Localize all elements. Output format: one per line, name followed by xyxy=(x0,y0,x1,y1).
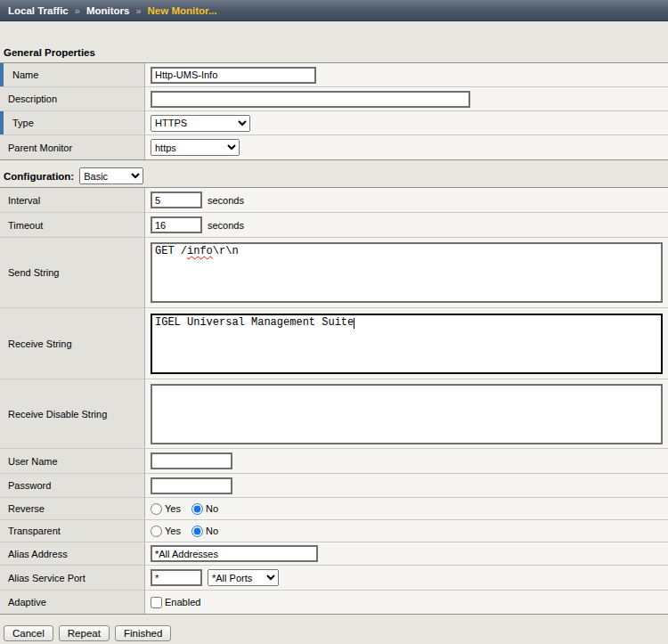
transparent-label-cell: Transparent xyxy=(0,520,145,542)
parent-monitor-select[interactable]: https xyxy=(151,139,240,156)
general-properties-title: General Properties xyxy=(4,47,668,58)
password-row: Password xyxy=(0,474,668,498)
breadcrumb-monitors[interactable]: Monitors xyxy=(86,5,130,16)
alias-address-value-cell xyxy=(145,542,668,565)
adaptive-value-cell: Enabled xyxy=(145,591,668,614)
reverse-row: Reverse Yes No xyxy=(0,498,668,520)
transparent-yes-radio[interactable] xyxy=(151,526,162,537)
name-row: Name xyxy=(0,63,668,87)
breadcrumb-separator-icon: » xyxy=(135,5,141,16)
description-label: Description xyxy=(8,94,57,104)
interval-value-cell: seconds xyxy=(145,188,668,212)
alias-address-input[interactable] xyxy=(151,545,318,562)
interval-row: Interval seconds xyxy=(0,188,668,213)
user-name-label-cell: User Name xyxy=(0,449,145,473)
general-properties-table: Name Description Type HTTPS Parent Monit… xyxy=(0,62,668,160)
required-marker xyxy=(0,111,4,135)
name-label-cell: Name xyxy=(0,63,145,86)
receive-disable-string-label-cell: Receive Disable String xyxy=(0,379,145,448)
send-string-value-cell: GET /info\r\n xyxy=(145,238,668,307)
breadcrumb-separator-icon: » xyxy=(75,5,80,16)
finished-button[interactable]: Finished xyxy=(115,625,171,641)
description-value-cell xyxy=(145,87,668,110)
type-value-cell: HTTPS xyxy=(145,111,668,135)
type-select[interactable]: HTTPS xyxy=(151,115,250,132)
configuration-label: Configuration: xyxy=(4,171,74,182)
type-row: Type HTTPS xyxy=(0,111,668,135)
name-label: Name xyxy=(12,69,38,80)
reverse-no-radio[interactable] xyxy=(191,503,203,515)
reverse-no-label: No xyxy=(206,503,218,514)
reverse-label-cell: Reverse xyxy=(0,498,145,519)
adaptive-enabled-option[interactable]: Enabled xyxy=(151,597,200,608)
parent-monitor-label: Parent Monitor xyxy=(8,143,72,153)
password-input[interactable] xyxy=(151,477,232,494)
description-row: Description xyxy=(0,87,668,111)
user-name-input[interactable] xyxy=(151,452,232,469)
send-string-label-cell: Send String xyxy=(0,238,145,307)
alias-service-port-label-cell: Alias Service Port xyxy=(0,566,145,590)
receive-string-label-cell: Receive String xyxy=(0,308,145,379)
required-marker xyxy=(0,63,4,86)
alias-service-port-row: Alias Service Port *All Ports xyxy=(0,566,668,591)
name-input[interactable] xyxy=(151,67,316,84)
receive-string-label: Receive String xyxy=(8,338,72,349)
description-label-cell: Description xyxy=(0,87,145,110)
receive-disable-string-value-cell xyxy=(145,379,668,448)
reverse-no-option[interactable]: No xyxy=(191,503,218,515)
alias-address-label: Alias Address xyxy=(8,549,68,559)
receive-string-textarea[interactable]: IGEL Universal Management Suite xyxy=(151,314,663,374)
cancel-button[interactable]: Cancel xyxy=(4,625,53,641)
timeout-unit: seconds xyxy=(208,220,244,231)
send-string-textarea[interactable]: GET /info\r\n xyxy=(151,242,663,303)
breadcrumb-local-traffic[interactable]: Local Traffic xyxy=(8,5,69,16)
user-name-row: User Name xyxy=(0,449,668,474)
configuration-bar: Configuration: Basic xyxy=(4,167,668,184)
alias-service-port-value-cell: *All Ports xyxy=(145,566,668,590)
parent-monitor-row: Parent Monitor https xyxy=(0,135,668,159)
receive-string-text: IGEL Universal Management Suite xyxy=(155,316,354,329)
text-cursor xyxy=(354,318,354,329)
timeout-label-cell: Timeout xyxy=(0,213,145,237)
reverse-yes-option[interactable]: Yes xyxy=(151,503,181,515)
breadcrumb: Local Traffic » Monitors » New Monitor..… xyxy=(0,0,668,21)
password-label-cell: Password xyxy=(0,474,145,497)
adaptive-label-cell: Adaptive xyxy=(0,591,145,614)
repeat-button[interactable]: Repeat xyxy=(59,625,110,641)
adaptive-enabled-checkbox[interactable] xyxy=(151,597,162,608)
transparent-no-radio[interactable] xyxy=(191,526,203,537)
password-label: Password xyxy=(8,480,51,491)
send-string-label: Send String xyxy=(8,267,59,278)
receive-disable-string-textarea[interactable] xyxy=(151,384,663,444)
type-label: Type xyxy=(12,118,34,128)
configuration-table: Interval seconds Timeout seconds Send St… xyxy=(0,187,668,615)
receive-string-value-cell: IGEL Universal Management Suite xyxy=(145,308,668,379)
new-monitor-page: { "breadcrumb": { "separator": "\u00bb",… xyxy=(0,0,668,644)
interval-label: Interval xyxy=(8,195,40,206)
reverse-yes-radio[interactable] xyxy=(151,503,162,515)
timeout-input[interactable] xyxy=(151,216,202,233)
send-string-misspelled-word: info xyxy=(187,245,213,257)
alias-address-row: Alias Address xyxy=(0,542,668,566)
receive-disable-string-row: Receive Disable String xyxy=(0,379,668,449)
parent-monitor-label-cell: Parent Monitor xyxy=(0,135,145,159)
interval-input[interactable] xyxy=(151,192,202,208)
alias-service-port-select[interactable]: *All Ports xyxy=(208,569,279,586)
name-value-cell xyxy=(145,63,668,86)
alias-service-port-label: Alias Service Port xyxy=(8,573,86,583)
transparent-no-label: No xyxy=(206,526,218,536)
transparent-yes-option[interactable]: Yes xyxy=(151,526,181,537)
reverse-label: Reverse xyxy=(8,503,45,514)
transparent-value-cell: Yes No xyxy=(145,520,668,542)
transparent-no-option[interactable]: No xyxy=(191,526,218,537)
action-buttons: Cancel Repeat Finished xyxy=(4,625,668,641)
description-input[interactable] xyxy=(151,91,470,108)
alias-address-label-cell: Alias Address xyxy=(0,542,145,565)
alias-service-port-input[interactable] xyxy=(151,569,202,586)
transparent-row: Transparent Yes No xyxy=(0,520,668,542)
timeout-label: Timeout xyxy=(8,220,43,231)
interval-unit: seconds xyxy=(208,195,244,206)
send-string-text: \r\n xyxy=(213,245,239,257)
configuration-mode-select[interactable]: Basic xyxy=(79,167,143,184)
transparent-yes-label: Yes xyxy=(165,526,181,536)
